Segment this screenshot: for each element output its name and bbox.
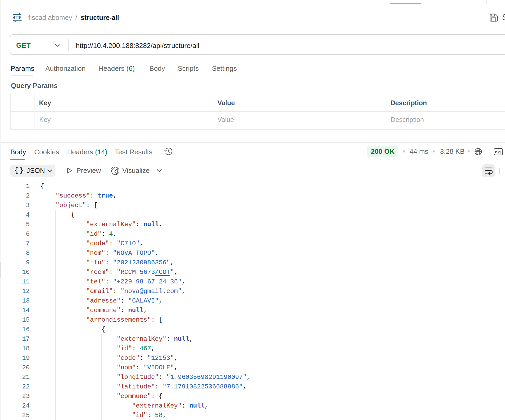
svg-text:HTTP: HTTP [13,15,21,20]
